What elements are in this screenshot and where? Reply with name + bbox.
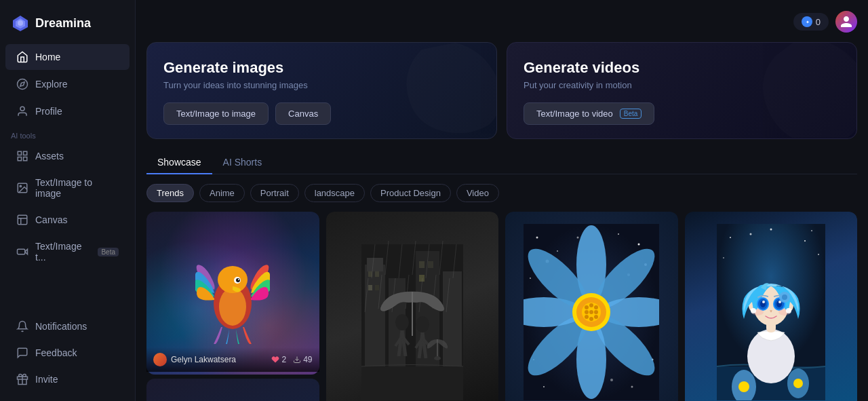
home-icon bbox=[16, 51, 28, 63]
svg-rect-37 bbox=[428, 261, 433, 268]
filter-video[interactable]: Video bbox=[456, 184, 499, 202]
tab-ai-shorts[interactable]: AI Shorts bbox=[212, 151, 273, 174]
svg-point-93 bbox=[585, 305, 589, 309]
logo[interactable]: Dreamina bbox=[0, 8, 135, 43]
sidebar-item-text-image[interactable]: Text/Image to image bbox=[5, 170, 130, 206]
layout-icon bbox=[16, 214, 28, 226]
grid-icon bbox=[16, 150, 28, 162]
svg-point-95 bbox=[594, 305, 598, 309]
user-icon bbox=[16, 105, 28, 117]
sidebar-item-profile[interactable]: Profile bbox=[5, 98, 130, 124]
message-icon bbox=[16, 347, 28, 359]
svg-rect-13 bbox=[18, 249, 25, 254]
svg-marker-2 bbox=[20, 82, 24, 86]
umbrella-svg bbox=[361, 224, 463, 400]
canvas-button[interactable]: Canvas bbox=[275, 102, 331, 125]
invite-label: Invite bbox=[35, 374, 58, 385]
filter-landscape[interactable]: landscape bbox=[304, 184, 365, 202]
text-image-to-image-button[interactable]: Text/Image to image bbox=[163, 102, 269, 125]
sidebar-nav: Home Explore Profile AI tools Assets bbox=[0, 43, 135, 393]
profile-label: Profile bbox=[35, 106, 62, 117]
svg-point-23 bbox=[236, 278, 240, 282]
svg-point-60 bbox=[416, 316, 429, 332]
notifications-label: Notifications bbox=[35, 321, 87, 332]
sidebar-item-invite[interactable]: Invite bbox=[5, 366, 130, 392]
svg-point-73 bbox=[530, 278, 531, 279]
svg-rect-30 bbox=[416, 251, 439, 380]
sidebar-item-text-video[interactable]: Text/Image t... Beta bbox=[5, 234, 130, 269]
feedback-label: Feedback bbox=[35, 347, 77, 358]
text-image-to-video-button[interactable]: Text/Image to video Beta bbox=[524, 102, 654, 125]
svg-point-108 bbox=[723, 257, 724, 259]
flower-svg bbox=[524, 224, 659, 400]
svg-rect-33 bbox=[375, 271, 379, 277]
svg-point-94 bbox=[589, 303, 593, 307]
filter-trends[interactable]: Trends bbox=[146, 184, 194, 202]
svg-point-55 bbox=[395, 314, 409, 330]
svg-point-80 bbox=[577, 236, 579, 238]
sidebar: Dreamina Home Explore Profile AI t bbox=[0, 0, 136, 401]
gallery-item-eagle[interactable]: Gelyn Lakwatsera 2 49 bbox=[146, 212, 319, 401]
umbrella-image bbox=[326, 212, 499, 401]
logo-text: Dreamina bbox=[35, 16, 91, 31]
svg-point-76 bbox=[631, 385, 633, 387]
sidebar-item-canvas[interactable]: Canvas bbox=[5, 207, 130, 233]
user-avatar-eagle bbox=[153, 353, 167, 366]
svg-point-20 bbox=[219, 288, 246, 326]
svg-point-127 bbox=[782, 294, 787, 300]
heart-icon bbox=[271, 356, 279, 364]
svg-point-133 bbox=[793, 379, 803, 388]
credit-icon: ✦ bbox=[802, 16, 812, 27]
svg-point-66 bbox=[434, 356, 441, 360]
explore-label: Explore bbox=[35, 79, 67, 90]
user-avatar[interactable] bbox=[835, 11, 857, 33]
svg-point-69 bbox=[557, 250, 558, 252]
gallery-grid: Gelyn Lakwatsera 2 49 bbox=[146, 212, 857, 401]
filter-anime[interactable]: Anime bbox=[199, 184, 245, 202]
svg-rect-6 bbox=[24, 157, 27, 161]
anime-svg bbox=[717, 224, 825, 400]
credits-display: ✦ 0 bbox=[793, 13, 829, 31]
svg-point-109 bbox=[818, 254, 819, 255]
card-user-eagle: Gelyn Lakwatsera bbox=[153, 353, 236, 366]
anime-image bbox=[685, 212, 858, 401]
sidebar-item-feedback[interactable]: Feedback bbox=[5, 340, 130, 366]
video-icon bbox=[16, 246, 28, 258]
hero-card-images: Generate images Turn your ideas into stu… bbox=[146, 42, 497, 139]
svg-point-101 bbox=[594, 315, 598, 319]
canvas-label: Canvas bbox=[35, 214, 67, 225]
sidebar-bottom: Notifications Feedback Invite bbox=[0, 313, 135, 393]
filter-row: Trends Anime Portrait landscape Product … bbox=[146, 184, 857, 202]
eagle-stats: 2 49 bbox=[271, 355, 312, 364]
svg-rect-38 bbox=[419, 275, 425, 282]
filter-portrait[interactable]: Portrait bbox=[250, 184, 299, 202]
svg-point-71 bbox=[618, 233, 619, 235]
svg-point-104 bbox=[749, 233, 751, 235]
eagle-svg bbox=[195, 242, 270, 344]
svg-point-131 bbox=[738, 381, 749, 392]
eagle-card-bottom bbox=[146, 379, 319, 401]
sidebar-item-home[interactable]: Home bbox=[5, 44, 130, 70]
hero-bg-decoration bbox=[401, 42, 497, 138]
ai-tools-label: AI tools bbox=[0, 125, 135, 142]
svg-rect-5 bbox=[24, 151, 27, 155]
sidebar-item-explore[interactable]: Explore bbox=[5, 71, 130, 97]
gallery-item-umbrella[interactable] bbox=[326, 212, 499, 401]
main-content: ✦ 0 Generate images Turn your ideas into… bbox=[136, 0, 868, 401]
filter-product-design[interactable]: Product Design bbox=[370, 184, 451, 202]
svg-rect-39 bbox=[361, 366, 463, 400]
image-icon bbox=[16, 182, 28, 194]
sidebar-item-assets[interactable]: Assets bbox=[5, 143, 130, 169]
eagle-card-footer: Gelyn Lakwatsera 2 49 bbox=[146, 347, 319, 372]
credits-value: 0 bbox=[816, 17, 821, 27]
svg-point-105 bbox=[804, 240, 806, 242]
svg-point-81 bbox=[610, 379, 613, 381]
svg-rect-36 bbox=[419, 261, 425, 268]
tab-showcase[interactable]: Showcase bbox=[146, 151, 212, 174]
svg-point-97 bbox=[589, 310, 593, 314]
home-label: Home bbox=[35, 52, 60, 62]
gallery-item-flower[interactable] bbox=[505, 212, 678, 401]
svg-point-3 bbox=[20, 107, 24, 111]
gallery-item-anime[interactable] bbox=[685, 212, 858, 401]
sidebar-item-notifications[interactable]: Notifications bbox=[5, 313, 130, 339]
